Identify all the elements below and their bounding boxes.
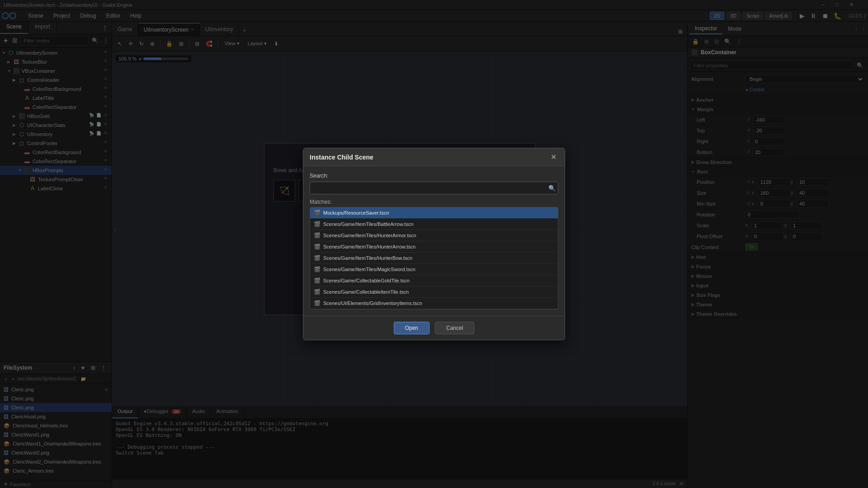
match-item-7[interactable]: 🎬 Scenes/Game/CollectableItemTile.tscn xyxy=(310,286,558,298)
match-icon-3: 🎬 xyxy=(314,244,321,250)
dialog-search-label: Search: xyxy=(310,173,558,179)
dialog-title: Instance Child Scene xyxy=(310,154,373,161)
match-icon-8: 🎬 xyxy=(314,300,321,306)
match-icon-7: 🎬 xyxy=(314,289,321,295)
match-icon-4: 🎬 xyxy=(314,255,321,261)
match-icon-5: 🎬 xyxy=(314,266,321,272)
match-item-3[interactable]: 🎬 Scenes/Game/ItemTiles/HunterArrow.tscn xyxy=(310,241,558,253)
dialog-open-btn[interactable]: Open xyxy=(394,322,429,334)
search-container: 🔍 xyxy=(310,182,558,194)
match-item-8[interactable]: 🎬 Scenes/UI/Elements/GridInventoryItems.… xyxy=(310,298,558,309)
dialog-search-input[interactable] xyxy=(310,182,558,194)
dialog-body: Search: 🔍 Matches: 🎬 Mockups/ResourceSav… xyxy=(303,166,565,316)
match-item-6[interactable]: 🎬 Scenes/Game/CollectableGoldTile.tscn xyxy=(310,275,558,286)
dialog-close-btn[interactable]: ✕ xyxy=(549,153,558,161)
match-icon-2: 🎬 xyxy=(314,232,321,239)
match-item-0[interactable]: 🎬 Mockups/ResourceSaver.tscn xyxy=(310,207,558,219)
dialog-cancel-btn[interactable]: Cancel xyxy=(435,322,474,334)
match-icon-1: 🎬 xyxy=(314,221,321,227)
match-item-1[interactable]: 🎬 Scenes/Game/ItemTiles/BattleArrow.tscn xyxy=(310,219,558,230)
matches-label: Matches: xyxy=(310,199,558,205)
instance-child-scene-dialog: Instance Child Scene ✕ Search: 🔍 Matches… xyxy=(303,148,565,340)
match-icon-0: 🎬 xyxy=(314,210,321,216)
match-item-2[interactable]: 🎬 Scenes/Game/ItemTiles/HunterArmor.tscn xyxy=(310,230,558,241)
dialog-footer: Open Cancel xyxy=(303,316,565,340)
match-icon-6: 🎬 xyxy=(314,277,321,284)
dialog-overlay[interactable]: Instance Child Scene ✕ Search: 🔍 Matches… xyxy=(0,0,868,488)
match-item-4[interactable]: 🎬 Scenes/Game/ItemTiles/HunterBow.tscn xyxy=(310,253,558,264)
dialog-search-icon-btn[interactable]: 🔍 xyxy=(548,185,556,192)
dialog-header: Instance Child Scene ✕ xyxy=(303,148,565,166)
matches-list: 🎬 Mockups/ResourceSaver.tscn 🎬 Scenes/Ga… xyxy=(310,207,558,310)
match-item-5[interactable]: 🎬 Scenes/Game/ItemTiles/MagicSword.tscn xyxy=(310,264,558,275)
